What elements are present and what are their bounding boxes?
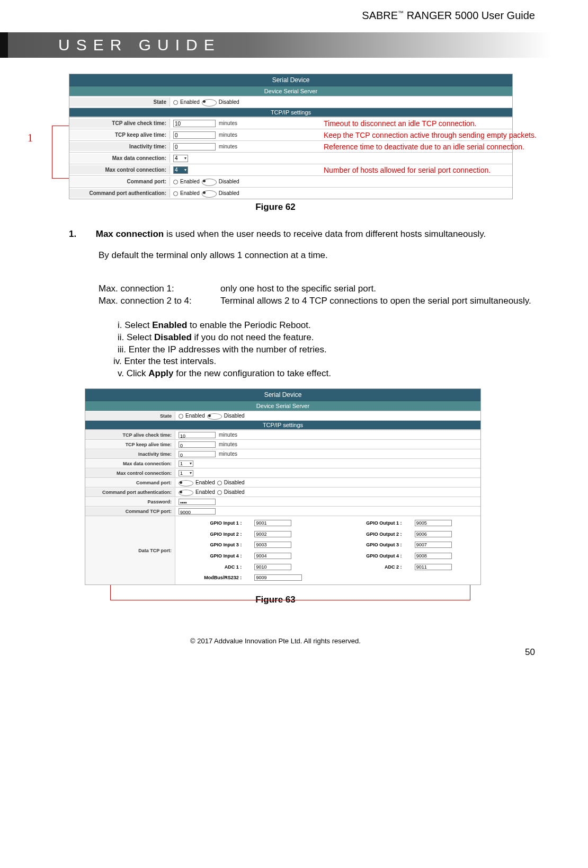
figure-62-caption: Figure 62	[0, 202, 551, 212]
serial-device-title-2: Serial Device	[85, 389, 480, 401]
mc2-desc: Terminal allows 2 to 4 TCP connections t…	[220, 295, 551, 307]
inactivity-input[interactable]: 0	[173, 143, 216, 150]
max-conn-2-row: Max. connection 2 to 4: Terminal allows …	[99, 295, 551, 307]
annot-hosts: Number of hosts allowed for serial port …	[324, 166, 491, 174]
gpio-in2-input[interactable]: 9002	[254, 531, 291, 537]
cmd-port-label: Command port:	[69, 177, 170, 186]
chevron-down-icon: ▾	[184, 156, 186, 161]
cmd-port-disabled-radio-2[interactable]	[217, 481, 222, 485]
max-data-row-2: Max data connection: 1▾	[85, 458, 480, 468]
tcp-keep-label: TCP keep alive time:	[69, 130, 170, 139]
tcp-alive-input-2[interactable]: 10	[179, 432, 216, 438]
chevron-down-icon: ▾	[190, 471, 192, 475]
inactivity-label: Inactivity time:	[69, 142, 170, 151]
state-row: State Enabled Disabled	[69, 96, 512, 108]
mc1-desc: only one host to the specific serial por…	[220, 283, 551, 295]
tcp-alive-row-2: TCP alive check time: 10minutes	[85, 430, 480, 439]
password-row: Password: ••••	[85, 497, 480, 506]
tcp-keep-input-2[interactable]: 0	[179, 441, 216, 448]
password-input[interactable]: ••••	[179, 499, 216, 505]
list-number-1: 1.	[69, 228, 93, 241]
state-label: State	[69, 98, 170, 107]
t1b: is used when the user needs to receive d…	[164, 229, 486, 239]
cmd-tcp-port-row: Command TCP port: 9000	[85, 506, 480, 516]
tcp-keep-unit: minutes	[219, 132, 237, 138]
tcp-keep-row-2: TCP keep alive time: 0minutes	[85, 439, 480, 449]
device-serial-server-bar-2: Device Serial Server	[85, 401, 480, 411]
tcpip-settings-bar: TCP/IP settings	[69, 108, 512, 117]
tcp-alive-input[interactable]: 10	[173, 120, 216, 127]
max-ctrl-label: Max control connection:	[69, 165, 170, 174]
cmd-tcp-port-input[interactable]: 9000	[179, 508, 216, 515]
cmd-auth-label: Command port authentication:	[69, 189, 170, 198]
state-disabled-radio[interactable]	[202, 99, 217, 107]
tcp-keep-input[interactable]: 0	[173, 131, 216, 139]
state-enabled-text: Enabled	[180, 99, 200, 105]
state-enabled-radio-2[interactable]	[179, 414, 183, 419]
t1c: By default the terminal only allows 1 co…	[99, 250, 551, 262]
max-ctrl-select[interactable]: 4▾	[173, 166, 188, 174]
max-data-select-2[interactable]: 1▾	[179, 460, 193, 467]
max-ctrl-row: Max control connection: 4▾ Number of hos…	[69, 164, 512, 175]
state-disabled-radio-2[interactable]	[207, 413, 222, 420]
figure-63-wrap: 2 3 Serial Device Device Serial Server S…	[85, 388, 481, 585]
tcp-alive-row: TCP alive check time: 10 minutes Timeout…	[69, 117, 512, 129]
banner-text: USER GUIDE	[58, 36, 221, 54]
cmd-port-enabled-radio[interactable]	[173, 180, 178, 184]
gpio-out1-input[interactable]: 9005	[415, 520, 452, 526]
product-name: SABRE	[362, 10, 398, 21]
gpio-grid: GPIO Input 1 :9001 GPIO Output 1 :9005 G…	[175, 516, 480, 584]
tcp-alive-label: TCP alive check time:	[69, 119, 170, 128]
callout-1: 1	[28, 132, 33, 144]
user-guide-banner: USER GUIDE	[0, 32, 551, 58]
inactivity-input-2[interactable]: 0	[179, 451, 216, 457]
gpio-out3-input[interactable]: 9007	[415, 542, 452, 548]
gpio-in4-input[interactable]: 9004	[254, 553, 291, 559]
max-ctrl-select-2[interactable]: 1▾	[179, 470, 193, 476]
inactivity-row: Inactivity time: 0 minutes Reference tim…	[69, 140, 512, 152]
inactivity-unit: minutes	[219, 144, 237, 149]
cmd-auth-enabled-radio[interactable]	[173, 191, 178, 196]
cmd-port-disabled-radio[interactable]	[202, 179, 217, 186]
figure-62-wrap: 1 Serial Device Device Serial Server Sta…	[69, 74, 513, 199]
gpio-in1-input[interactable]: 9001	[254, 520, 291, 526]
mc1-label: Max. connection 1:	[99, 283, 220, 295]
modbus-input[interactable]: 9009	[254, 574, 302, 581]
banner-accent	[0, 32, 8, 58]
cmd-auth-disabled-radio-2[interactable]	[217, 490, 222, 495]
state-disabled-text: Disabled	[219, 99, 239, 105]
body-text: 1. Max connection is used when the user …	[69, 228, 551, 380]
annot-timeout: Timeout to disconnect an idle TCP connec…	[324, 119, 476, 128]
max-conn-1-row: Max. connection 1: only one host to the …	[99, 283, 551, 295]
adc2-input[interactable]: 9011	[415, 564, 452, 570]
annot-inactivity: Reference time to deactivate due to an i…	[324, 143, 524, 151]
figure-63-panel: Serial Device Device Serial Server State…	[85, 388, 481, 585]
cmd-port-row: Command port: Enabled Disabled	[69, 175, 512, 187]
product-suffix: RANGER 5000 User Guide	[404, 10, 535, 21]
copyright-footer: © 2017 Addvalue Innovation Pte Ltd. All …	[0, 637, 551, 645]
cmd-auth-disabled-radio[interactable]	[202, 190, 217, 198]
gpio-in3-input[interactable]: 9003	[254, 542, 291, 548]
tcp-keep-row: TCP keep alive time: 0 minutes Keep the …	[69, 129, 512, 140]
mc2-label: Max. connection 2 to 4:	[99, 295, 220, 307]
gpio-out4-input[interactable]: 9008	[415, 553, 452, 559]
max-data-select[interactable]: 4▾	[173, 155, 188, 162]
inactivity-row-2: Inactivity time: 0minutes	[85, 449, 480, 458]
gpio-out2-input[interactable]: 9006	[415, 531, 452, 537]
serial-device-title: Serial Device	[69, 74, 512, 86]
state-label-2: State	[85, 412, 175, 420]
cmd-port-enabled-radio-2[interactable]	[179, 480, 193, 486]
device-serial-server-bar: Device Serial Server	[69, 86, 512, 96]
cmd-auth-enabled-radio-2[interactable]	[179, 490, 193, 496]
chevron-down-icon: ▾	[190, 461, 192, 466]
state-enabled-radio[interactable]	[173, 100, 178, 105]
data-tcp-port-row: Data TCP port: GPIO Input 1 :9001 GPIO O…	[85, 516, 480, 584]
cmd-auth-row-2: Command port authentication: Enabled Dis…	[85, 487, 480, 497]
max-connection-bold: Max connection	[96, 229, 164, 239]
annot-keepalive: Keep the TCP connection active through s…	[324, 131, 537, 139]
adc1-input[interactable]: 9010	[254, 564, 291, 570]
trademark: ™	[398, 10, 404, 16]
tcpip-settings-bar-2: TCP/IP settings	[85, 420, 480, 430]
max-data-label: Max data connection:	[69, 154, 170, 163]
cmd-auth-row: Command port authentication: Enabled Dis…	[69, 187, 512, 199]
